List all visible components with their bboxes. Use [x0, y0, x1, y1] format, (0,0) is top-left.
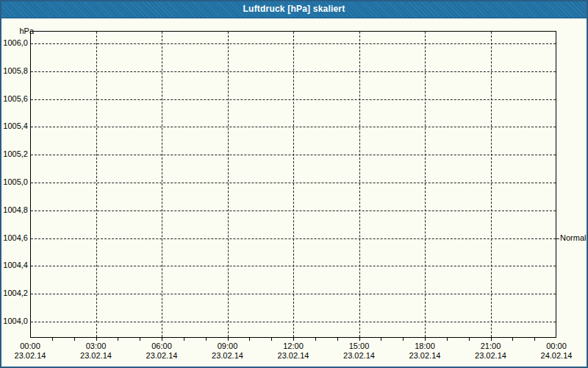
x-tick-time-label: 06:00: [138, 342, 185, 350]
v-gridline: [425, 32, 426, 337]
x-axis-tick: [337, 338, 338, 341]
chart-window: Luftdruck [hPa] skaliert hPa 1006,01005,…: [0, 0, 588, 368]
v-gridline: [228, 32, 229, 337]
x-axis-tick: [74, 338, 75, 341]
v-gridline: [162, 32, 162, 337]
y-tick-label: 1005,0: [0, 177, 28, 187]
x-tick-date-label: 23.02.14: [467, 351, 514, 360]
x-axis-tick: [206, 338, 207, 341]
v-gridline: [96, 32, 97, 337]
x-axis-tick: [381, 338, 381, 341]
y-tick-label: 1004,8: [0, 205, 28, 215]
y-tick-label: 1005,2: [0, 149, 28, 159]
x-axis-tick: [447, 338, 448, 341]
x-axis-tick: [228, 338, 229, 341]
x-axis-tick: [512, 338, 513, 341]
x-axis-tick: [249, 338, 250, 341]
y-tick-label: 1005,4: [0, 121, 28, 131]
v-gridline: [359, 32, 360, 337]
x-tick-date-label: 23.02.14: [336, 351, 383, 360]
x-tick-time-label: 15:00: [336, 342, 383, 350]
x-tick-date-label: 23.02.14: [270, 351, 317, 360]
x-tick-time-label: 03:00: [73, 342, 120, 350]
x-tick-date-label: 23.02.14: [204, 351, 251, 360]
v-gridline: [293, 32, 294, 337]
v-gridline: [491, 32, 492, 337]
x-tick-time-label: 18:00: [401, 342, 448, 350]
x-axis-tick: [315, 338, 316, 341]
y-tick-label: 1006,0: [0, 38, 28, 48]
y-tick-label: 1005,6: [0, 94, 28, 104]
x-axis-tick: [118, 338, 118, 341]
y-tick-label: 1004,4: [0, 261, 28, 270]
x-axis-tick: [403, 338, 404, 341]
x-tick-date-label: 23.02.14: [138, 351, 185, 360]
x-tick-date-label: 23.02.14: [73, 351, 120, 360]
x-tick-time-label: 09:00: [204, 342, 251, 350]
y-tick-label: 1004,0: [0, 316, 28, 326]
y-axis-unit-label: hPa: [0, 26, 34, 36]
x-axis-tick: [271, 338, 272, 341]
x-axis-tick: [469, 338, 470, 341]
x-axis-tick: [52, 338, 53, 341]
x-tick-date-label: 23.02.14: [401, 351, 448, 360]
x-axis-tick: [491, 338, 492, 341]
y-tick-label: 1005,8: [0, 66, 28, 76]
y-tick-label: 1004,2: [0, 289, 28, 298]
x-axis-tick: [425, 338, 426, 341]
x-axis-tick: [96, 338, 97, 341]
x-tick-time-label: 21:00: [467, 342, 514, 350]
x-tick-time-label: 00:00: [7, 342, 54, 350]
x-axis-tick: [359, 338, 360, 341]
x-axis-tick: [162, 338, 162, 341]
x-axis-tick: [140, 338, 140, 341]
normal-annotation-tick: [556, 238, 559, 239]
x-tick-date-label: 23.02.14: [7, 351, 54, 360]
x-axis-tick: [534, 338, 535, 341]
x-tick-date-label: 24.02.14: [533, 351, 580, 360]
y-tick-label: 1004,6: [0, 233, 28, 243]
normal-annotation-label: Normal: [560, 233, 586, 243]
x-tick-time-label: 12:00: [270, 342, 317, 350]
x-tick-time-label: 00:00: [533, 342, 580, 350]
x-axis-tick: [293, 338, 294, 341]
x-axis-tick: [184, 338, 184, 341]
chart-area: hPa 1006,01005,81005,61005,41005,21005,0…: [0, 0, 588, 368]
